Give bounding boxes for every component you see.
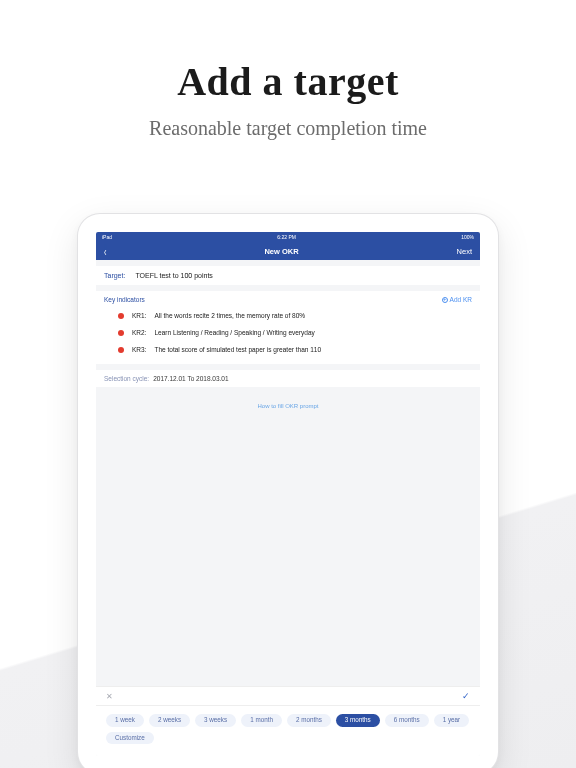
kr-item[interactable]: KR1: All the words recite 2 times, the m… <box>104 307 472 324</box>
chip-customize[interactable]: Customize <box>106 732 154 744</box>
page-subtitle: Reasonable target completion time <box>0 117 576 140</box>
cycle-label: Selection cycle: <box>104 375 149 382</box>
app-screen: iPad 6:22 PM 100% ‹ New OKR Next Target:… <box>96 232 480 756</box>
kr-label: KR2: <box>132 329 146 336</box>
kr-label: KR3: <box>132 346 146 353</box>
tablet-frame: iPad 6:22 PM 100% ‹ New OKR Next Target:… <box>78 214 498 768</box>
target-label: Target: <box>104 272 125 279</box>
kr-text: The total score of simulated test paper … <box>154 346 321 353</box>
duration-picker: ✕ ✓ 1 week 2 weeks 3 weeks 1 month 2 mon… <box>96 686 480 756</box>
kr-label: KR1: <box>132 312 146 319</box>
bullet-icon <box>118 313 124 319</box>
chip-1-month[interactable]: 1 month <box>241 714 282 726</box>
kr-item[interactable]: KR3: The total score of simulated test p… <box>104 341 472 358</box>
page-title: Add a target <box>0 58 576 105</box>
chip-2-months[interactable]: 2 months <box>287 714 331 726</box>
next-button[interactable]: Next <box>457 247 472 256</box>
kr-list: KR1: All the words recite 2 times, the m… <box>96 305 480 364</box>
close-icon[interactable]: ✕ <box>106 692 113 701</box>
target-section: Target: TOEFL test to 100 points <box>96 266 480 285</box>
key-indicators-header: Key indicators <box>104 296 145 303</box>
nav-bar: ‹ New OKR Next <box>96 242 480 260</box>
add-kr-button[interactable]: Add KR <box>442 296 472 303</box>
status-bar: iPad 6:22 PM 100% <box>96 232 480 242</box>
plus-circle-icon <box>442 297 448 303</box>
chip-1-week[interactable]: 1 week <box>106 714 144 726</box>
back-button[interactable]: ‹ <box>104 244 107 258</box>
cycle-value: 2017.12.01 To 2018.03.01 <box>153 375 228 382</box>
cycle-row[interactable]: Selection cycle: 2017.12.01 To 2018.03.0… <box>96 370 480 387</box>
duration-chip-list: 1 week 2 weeks 3 weeks 1 month 2 months … <box>96 706 480 756</box>
kr-item[interactable]: KR2: Learn Listening / Reading / Speakin… <box>104 324 472 341</box>
kr-text: All the words recite 2 times, the memory… <box>154 312 305 319</box>
chip-3-weeks[interactable]: 3 weeks <box>195 714 236 726</box>
target-input[interactable]: TOEFL test to 100 points <box>135 272 212 279</box>
nav-title: New OKR <box>264 247 298 256</box>
bullet-icon <box>118 347 124 353</box>
fill-okr-prompt-link[interactable]: How to fill OKR prompt <box>96 387 480 425</box>
status-device: iPad <box>102 234 112 240</box>
chip-3-months[interactable]: 3 months <box>336 714 380 726</box>
bullet-icon <box>118 330 124 336</box>
chip-1-year[interactable]: 1 year <box>434 714 470 726</box>
check-icon[interactable]: ✓ <box>462 691 470 701</box>
status-battery: 100% <box>461 234 474 240</box>
chip-6-months[interactable]: 6 months <box>385 714 429 726</box>
status-time: 6:22 PM <box>277 234 296 240</box>
chip-2-weeks[interactable]: 2 weeks <box>149 714 190 726</box>
add-kr-label: Add KR <box>450 296 472 303</box>
kr-text: Learn Listening / Reading / Speaking / W… <box>154 329 314 336</box>
